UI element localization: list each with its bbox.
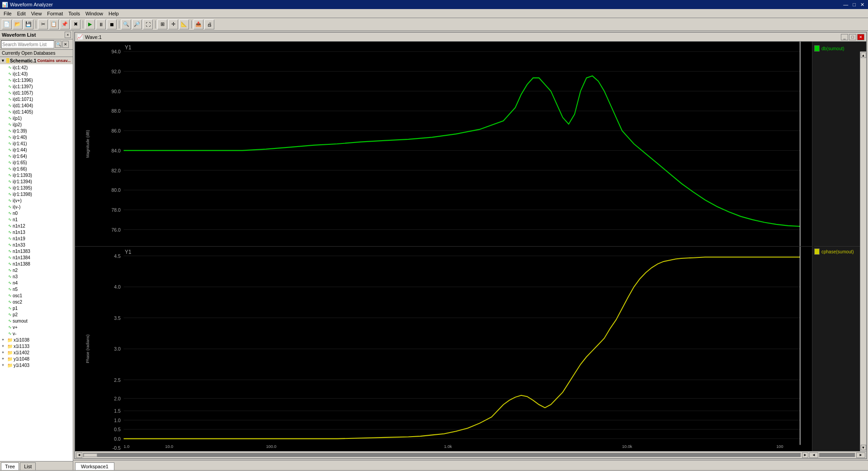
measure-button[interactable]: 📐 (179, 19, 189, 29)
paste-button[interactable]: 📌 (60, 19, 70, 29)
tree-item[interactable]: ∿i(c1:1396) (0, 77, 73, 83)
upper-chart-area[interactable]: 94.0 92.0 90.0 88.0 86.0 84.0 82.0 80.0 … (100, 42, 812, 246)
print-button[interactable]: 🖨 (204, 19, 214, 29)
cut-button[interactable]: ✂ (38, 19, 48, 29)
expand-icon[interactable]: + (2, 344, 6, 348)
menu-item-tools[interactable]: Tools (66, 10, 83, 17)
tree-item[interactable]: ∿i(r1:66) (0, 166, 73, 172)
minimize-button[interactable]: — (841, 2, 850, 8)
legend-hscroll-left[interactable]: ◄ (809, 452, 818, 458)
scroll-up-button[interactable]: ▲ (861, 52, 866, 58)
tree-item[interactable]: ∿n1n12 (0, 223, 73, 229)
close-button[interactable]: ✕ (859, 2, 866, 8)
tree-item[interactable]: ∿i(r1:1394) (0, 178, 73, 185)
tree-item[interactable]: ∿osc2 (0, 299, 73, 305)
tree-item[interactable]: ∿v- (0, 330, 73, 337)
tree-item[interactable]: ∿i(c1:1397) (0, 83, 73, 90)
legend-hscroll-track[interactable] (819, 453, 855, 457)
tree-item[interactable]: ∿osc1 (0, 292, 73, 299)
export-button[interactable]: 📤 (193, 19, 203, 29)
expand-icon[interactable]: + (2, 357, 6, 361)
tree-item[interactable]: ∿i(r1:1393) (0, 172, 73, 178)
tree-item[interactable]: ∿i(r1:64) (0, 153, 73, 159)
tree-item[interactable]: +📁y1i1403 (0, 362, 73, 368)
tree-item[interactable]: ∿n3 (0, 273, 73, 280)
legend-hscroll-right[interactable]: ► (856, 452, 865, 458)
scroll-down-button[interactable]: ▼ (861, 445, 866, 450)
workspace-tab-1[interactable]: Workspace1 (75, 462, 114, 470)
zoom-fit-button[interactable]: ⛶ (143, 19, 153, 29)
expand-icon[interactable]: + (2, 338, 6, 342)
run-button[interactable]: ▶ (85, 19, 95, 29)
pause-button[interactable]: ⏸ (96, 19, 106, 29)
tree-item[interactable]: ∿i(v+) (0, 197, 73, 204)
tree-item[interactable]: ∿n0 (0, 210, 73, 216)
tree-item[interactable]: ∿i(r1:44) (0, 147, 73, 153)
tree-item[interactable]: ∿n1n13 (0, 229, 73, 235)
wave-maximize-button[interactable]: □ (849, 34, 856, 40)
menu-item-format[interactable]: Format (44, 10, 66, 17)
tree-item[interactable]: ∿i(r1:41) (0, 140, 73, 147)
save-button[interactable]: 💾 (24, 19, 33, 29)
tree-tab[interactable]: Tree (1, 462, 19, 470)
tree-item[interactable]: ∿i(d1:1071) (0, 96, 73, 102)
stop-button[interactable]: ⏹ (107, 19, 117, 29)
right-scroll[interactable]: ▲ ▼ (860, 52, 866, 451)
tree-item[interactable]: ∿n1n1388 (0, 261, 73, 267)
tree-item[interactable]: ∿i(v-) (0, 204, 73, 210)
tree-item[interactable]: ∿i(r1:40) (0, 134, 73, 140)
copy-button[interactable]: 📋 (49, 19, 59, 29)
tree-item[interactable]: ∿i(r1:65) (0, 159, 73, 166)
tree-root-schematic[interactable]: ▼ 🗄 Schematic.1 Contains unsav... (0, 57, 73, 64)
tree-item[interactable]: ∿n2 (0, 267, 73, 273)
search-input[interactable] (1, 40, 54, 48)
grid-button[interactable]: ⊞ (157, 19, 167, 29)
tree-item[interactable]: ∿sumout (0, 318, 73, 324)
tree-item[interactable]: ∿i(r1:39) (0, 128, 73, 134)
tree-list[interactable]: ▼ 🗄 Schematic.1 Contains unsav... ∿i(c1:… (0, 57, 73, 461)
tree-item[interactable]: ∿n1 (0, 216, 73, 223)
maximize-button[interactable]: □ (851, 2, 858, 8)
wave-minimize-button[interactable]: _ (841, 34, 848, 40)
tree-item[interactable]: ∿i(c1:43) (0, 71, 73, 77)
tree-item[interactable]: ∿i(d1:1404) (0, 102, 73, 109)
tree-item[interactable]: ∿i(d1:1405) (0, 109, 73, 115)
tree-item[interactable]: ∿n5 (0, 286, 73, 292)
tree-item[interactable]: ∿n1n1384 (0, 254, 73, 261)
expand-icon[interactable]: + (2, 363, 6, 367)
menu-item-edit[interactable]: Edit (14, 10, 28, 17)
tree-item[interactable]: ∿v+ (0, 324, 73, 330)
open-button[interactable]: 📂 (13, 19, 23, 29)
hscroll-right-button[interactable]: ► (802, 452, 808, 458)
tree-item[interactable]: ∿p2 (0, 311, 73, 318)
menu-item-file[interactable]: File (1, 10, 14, 17)
tree-item[interactable]: ∿p1 (0, 305, 73, 311)
tree-item[interactable]: ∿i(r1:1395) (0, 185, 73, 191)
tree-item[interactable]: ∿i(d1:1057) (0, 90, 73, 96)
menu-item-help[interactable]: Help (106, 10, 122, 17)
tree-item[interactable]: +📁y1i1048 (0, 356, 73, 362)
tree-item[interactable]: ∿i(p1) (0, 115, 73, 121)
new-button[interactable]: 📄 (2, 19, 12, 29)
expand-icon[interactable]: + (2, 350, 6, 355)
marker-button[interactable]: ✛ (168, 19, 178, 29)
tree-item[interactable]: ∿i(c1:42) (0, 64, 73, 71)
menu-item-window[interactable]: Window (83, 10, 106, 17)
tree-item[interactable]: +📁x1i1133 (0, 343, 73, 349)
waveform-list-close-button[interactable]: × (65, 32, 71, 38)
hscroll-track[interactable] (83, 453, 801, 457)
list-tab[interactable]: List (20, 462, 36, 470)
zoom-in-button[interactable]: 🔍 (121, 19, 131, 29)
lower-chart-area[interactable]: 4.5 4.0 3.5 3.0 2.5 2.0 1.5 1.0 0.5 0.0 (100, 247, 812, 451)
expand-schematic[interactable]: ▼ (1, 58, 5, 63)
tree-item[interactable]: ∿i(r1:1398) (0, 191, 73, 197)
tree-item[interactable]: ∿n1n33 (0, 242, 73, 248)
menu-item-view[interactable]: View (28, 10, 45, 17)
tree-item[interactable]: ∿n1n1383 (0, 248, 73, 254)
tree-item[interactable]: ∿n1n19 (0, 235, 73, 242)
delete-button[interactable]: ✖ (71, 19, 80, 29)
title-bar-controls[interactable]: — □ ✕ (841, 2, 866, 8)
zoom-out-button[interactable]: 🔎 (132, 19, 142, 29)
wave-close-button[interactable]: ✕ (857, 34, 864, 40)
hscroll-thumb[interactable] (84, 453, 97, 457)
